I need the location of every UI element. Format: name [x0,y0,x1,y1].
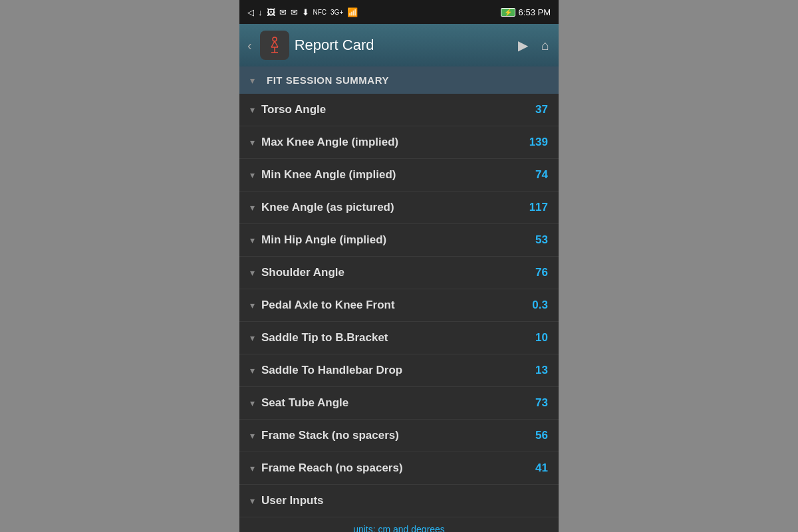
item-value: 139 [519,136,548,149]
app-bar-actions: ▶ ⌂ [514,35,553,56]
svg-line-2 [275,41,278,47]
item-label: Saddle Tip to B.Bracket [261,331,519,344]
item-label: Min Hip Angle (implied) [261,233,519,247]
list-item[interactable]: ▾Max Knee Angle (implied)139 [239,126,559,159]
item-chevron-icon: ▾ [250,235,255,245]
mail-icon: ✉ [279,7,287,17]
image-icon: 🖼 [267,7,275,17]
list-item[interactable]: ▾Saddle To Handlebar Drop13 [239,354,559,387]
back-nav-icon: ◁ [247,7,254,17]
item-label: Frame Reach (no spacers) [261,462,519,475]
list-item[interactable]: ▾Min Hip Angle (implied)53 [239,224,559,257]
item-chevron-icon: ▾ [250,137,255,148]
list-item[interactable]: ▾Saddle Tip to B.Bracket10 [239,322,559,354]
item-label: Saddle To Handlebar Drop [261,364,519,377]
item-chevron-icon: ▾ [250,463,255,473]
item-chevron-icon: ▾ [250,267,255,278]
send-button[interactable]: ▶ [514,35,532,56]
list-item[interactable]: ▾Seat Tube Angle73 [239,387,559,420]
item-value: 13 [519,364,548,377]
item-chevron-icon: ▾ [250,365,255,376]
mail2-icon: ✉ [291,7,298,17]
time-display: 6:53 PM [519,7,551,17]
item-chevron-icon: ▾ [250,398,255,408]
fit-session-header[interactable]: ▾ FIT SESSION SUMMARY [239,66,559,94]
item-chevron-icon: ▾ [250,332,255,343]
footer-note: units: cm and degrees [239,517,559,532]
home-button[interactable]: ⌂ [537,35,553,56]
status-bar-left: ◁ ↓ 🖼 ✉ ✉ ⬇ NFC 3G+ 📶 [247,7,358,17]
section-chevron-icon: ▾ [250,75,255,86]
item-chevron-icon: ▾ [250,430,255,441]
data-icon: 3G+ [331,9,343,16]
item-value: 117 [519,201,548,214]
item-value: 41 [519,462,548,475]
svg-line-1 [271,41,275,47]
item-label: Frame Stack (no spacers) [261,429,519,442]
item-label: Torso Angle [261,103,519,116]
item-chevron-icon: ▾ [250,300,255,311]
app-title: Report Card [295,37,509,54]
item-label: User Inputs [261,494,548,507]
item-chevron-icon: ▾ [250,202,255,213]
item-value: 74 [519,168,548,182]
item-label: Min Knee Angle (implied) [261,168,519,182]
item-label: Max Knee Angle (implied) [261,136,519,149]
list-item[interactable]: ▾Shoulder Angle76 [239,257,559,289]
save-icon: ⬇ [302,7,309,17]
item-value: 73 [519,396,548,410]
list-item[interactable]: ▾Pedal Axle to Knee Front0.3 [239,289,559,322]
list-item[interactable]: ▾Torso Angle37 [239,94,559,126]
list-item[interactable]: ▾User Inputs [239,485,559,517]
status-bar: ◁ ↓ 🖼 ✉ ✉ ⬇ NFC 3G+ 📶 ⚡ 6:53 PM [239,0,559,24]
signal-icon: 📶 [347,7,358,17]
items-list: ▾Torso Angle37▾Max Knee Angle (implied)1… [239,94,559,517]
battery-icon: ⚡ [501,8,515,17]
item-label: Knee Angle (as pictured) [261,201,519,214]
content-area: ▾ FIT SESSION SUMMARY ▾Torso Angle37▾Max… [239,66,559,532]
phone-container: ◁ ↓ 🖼 ✉ ✉ ⬇ NFC 3G+ 📶 ⚡ 6:53 PM ‹ [239,0,559,532]
status-bar-right: ⚡ 6:53 PM [501,7,551,17]
list-item[interactable]: ▾Knee Angle (as pictured)117 [239,192,559,224]
item-value: 10 [519,331,548,344]
item-chevron-icon: ▾ [250,495,255,506]
item-value: 56 [519,429,548,442]
list-item[interactable]: ▾Frame Stack (no spacers)56 [239,420,559,452]
list-item[interactable]: ▾Frame Reach (no spacers)41 [239,452,559,485]
back-button[interactable]: ‹ [245,35,255,56]
app-logo [260,31,289,60]
item-label: Shoulder Angle [261,266,519,279]
item-value: 53 [519,233,548,247]
item-label: Pedal Axle to Knee Front [261,299,519,312]
item-chevron-icon: ▾ [250,104,255,115]
download-icon: ↓ [258,7,263,17]
item-value: 76 [519,266,548,279]
list-item[interactable]: ▾Min Knee Angle (implied)74 [239,159,559,192]
item-value: 37 [519,103,548,116]
app-bar: ‹ Report Card ▶ ⌂ [239,24,559,66]
logo-svg [263,34,286,57]
item-label: Seat Tube Angle [261,396,519,410]
section-title: FIT SESSION SUMMARY [267,74,389,86]
item-chevron-icon: ▾ [250,170,255,180]
nfc-icon: NFC [313,9,327,16]
svg-point-0 [273,37,277,41]
item-value: 0.3 [519,299,548,312]
